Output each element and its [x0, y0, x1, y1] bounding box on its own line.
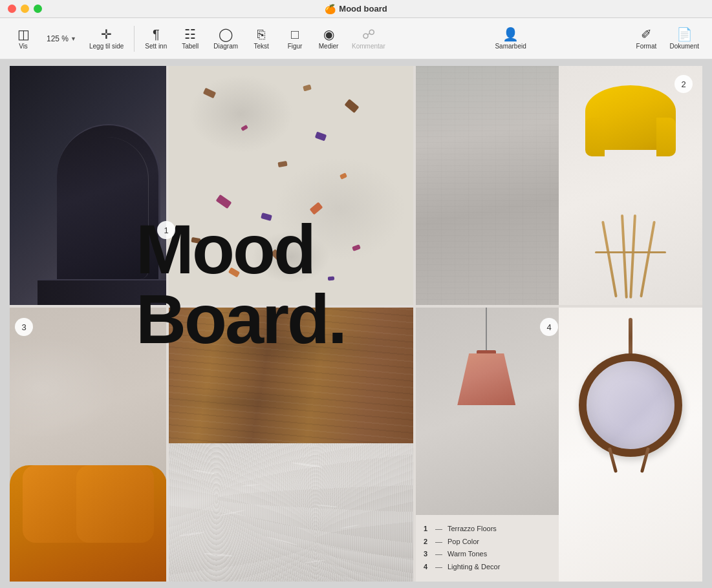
- legend-num-4: 4: [424, 561, 430, 574]
- add-page-label: Legg til side: [89, 43, 124, 50]
- media-button[interactable]: ◉ Medier: [313, 25, 344, 52]
- lamp-mirror-images: 1 — Terrazzo Floors 2 — Pop Color 3 —: [415, 305, 702, 582]
- lamp-cord: [486, 305, 487, 357]
- legend-num-3: 3: [424, 548, 430, 561]
- title-label: Mood board: [339, 4, 387, 14]
- canvas-area: 1 — Terrazzo Floors 2 — Pop Color 3 —: [0, 59, 712, 588]
- mirror-circle: [579, 353, 682, 457]
- legend-num-1: 1: [424, 523, 430, 536]
- title-emoji: 🍊: [325, 4, 336, 14]
- media-icon: ◉: [323, 28, 334, 41]
- vis-icon: ◫: [17, 28, 30, 41]
- vertical-divider-2: [413, 66, 416, 582]
- divider-1: [134, 26, 135, 52]
- chart-button[interactable]: ◯ Diagram: [208, 25, 243, 52]
- media-label: Medier: [319, 43, 339, 50]
- maximize-button[interactable]: [34, 5, 42, 13]
- document-button[interactable]: 📄 Dokument: [664, 25, 704, 52]
- badge-3: 3: [15, 318, 33, 336]
- lamp-shade: [457, 353, 515, 405]
- format-button[interactable]: ✐ Format: [631, 25, 662, 52]
- table-button[interactable]: ☷ Tabell: [175, 25, 206, 52]
- badge-4: 4: [540, 318, 558, 336]
- insert-label: Sett inn: [145, 43, 167, 50]
- collaborate-button[interactable]: 👤 Samarbeid: [490, 25, 531, 52]
- legend-text-1: Terrazzo Floors: [448, 523, 497, 536]
- leather-chair-image: [10, 66, 167, 305]
- legend-dash-4: —: [435, 561, 442, 574]
- fur-texture-image: [167, 443, 415, 582]
- comment-button[interactable]: ☍ Kommentar: [347, 25, 391, 52]
- wood-texture-image: [167, 305, 415, 443]
- insert-button[interactable]: ¶ Sett inn: [140, 25, 172, 52]
- toolbar: ◫ Vis 125 % ▼ ✛ Legg til side ¶ Sett inn…: [0, 18, 712, 59]
- mirror-strap-top: [629, 318, 632, 357]
- legend-text-4: Lighting & Decor: [448, 561, 500, 574]
- lamp-legend-cell: 1 — Terrazzo Floors 2 — Pop Color 3 —: [415, 305, 559, 582]
- shape-button[interactable]: □ Figur: [279, 25, 310, 52]
- comment-icon: ☍: [362, 28, 375, 41]
- vertical-divider-1: [166, 66, 169, 582]
- collaborate-icon: 👤: [502, 28, 519, 41]
- mirror-image: [559, 305, 703, 582]
- zoom-button[interactable]: 125 % ▼: [41, 32, 81, 46]
- chair-bottom: [38, 279, 167, 305]
- sofa-image: [10, 305, 167, 582]
- horizontal-divider: [10, 305, 702, 308]
- legend-text-2: Pop Color: [448, 536, 479, 549]
- text-label: Tekst: [254, 43, 268, 50]
- chair-seam: [65, 137, 149, 279]
- legend-item-2: 2 — Pop Color: [424, 536, 550, 549]
- legend-item-1: 1 — Terrazzo Floors: [424, 523, 550, 536]
- legend-area: 1 — Terrazzo Floors 2 — Pop Color 3 —: [415, 515, 559, 582]
- document-icon: 📄: [676, 28, 693, 41]
- table-label: Tabell: [182, 43, 199, 50]
- legend-dash-1: —: [435, 523, 442, 536]
- badge-1: 1: [157, 221, 175, 239]
- lamp-image: [415, 305, 559, 515]
- terrazzo-image: [167, 66, 415, 305]
- add-page-button[interactable]: ✛ Legg til side: [84, 25, 129, 52]
- legend-text-3: Warm Tones: [448, 548, 487, 561]
- shape-icon: □: [291, 28, 299, 41]
- window-controls[interactable]: [8, 5, 42, 13]
- format-label: Format: [636, 43, 657, 50]
- text-button[interactable]: ⎘ Tekst: [246, 25, 277, 52]
- legend-dash-2: —: [435, 536, 442, 549]
- image-grid: 1 — Terrazzo Floors 2 — Pop Color 3 —: [10, 66, 702, 582]
- chart-label: Diagram: [213, 43, 238, 50]
- legend-item-3: 3 — Warm Tones: [424, 548, 550, 561]
- text-icon: ⎘: [257, 28, 265, 41]
- legend-num-2: 2: [424, 536, 430, 549]
- concrete-wall-image: [415, 66, 559, 305]
- document-label: Dokument: [669, 43, 699, 50]
- shape-label: Figur: [288, 43, 303, 50]
- vis-button[interactable]: ◫ Vis: [8, 25, 39, 52]
- minimize-button[interactable]: [21, 5, 29, 13]
- badge-2: 2: [674, 75, 693, 93]
- slide: 1 — Terrazzo Floors 2 — Pop Color 3 —: [10, 66, 702, 582]
- comment-label: Kommentar: [352, 43, 385, 50]
- zoom-value: 125 %: [47, 34, 69, 43]
- table-icon: ☷: [184, 28, 196, 41]
- window-title: 🍊 Mood board: [325, 4, 387, 14]
- format-icon: ✐: [641, 28, 652, 41]
- yellow-chair-image: [559, 66, 703, 305]
- add-page-icon: ✛: [101, 28, 112, 41]
- vis-label: Vis: [19, 43, 28, 50]
- top-right-images: [415, 66, 702, 305]
- insert-icon: ¶: [153, 28, 160, 41]
- collaborate-label: Samarbeid: [495, 43, 526, 50]
- close-button[interactable]: [8, 5, 16, 13]
- title-bar: 🍊 Mood board: [0, 0, 712, 18]
- zoom-arrow-icon: ▼: [70, 36, 76, 42]
- legend-item-4: 4 — Lighting & Decor: [424, 561, 550, 574]
- chart-icon: ◯: [219, 28, 233, 41]
- texture-images: [167, 305, 415, 582]
- legend-dash-3: —: [435, 548, 442, 561]
